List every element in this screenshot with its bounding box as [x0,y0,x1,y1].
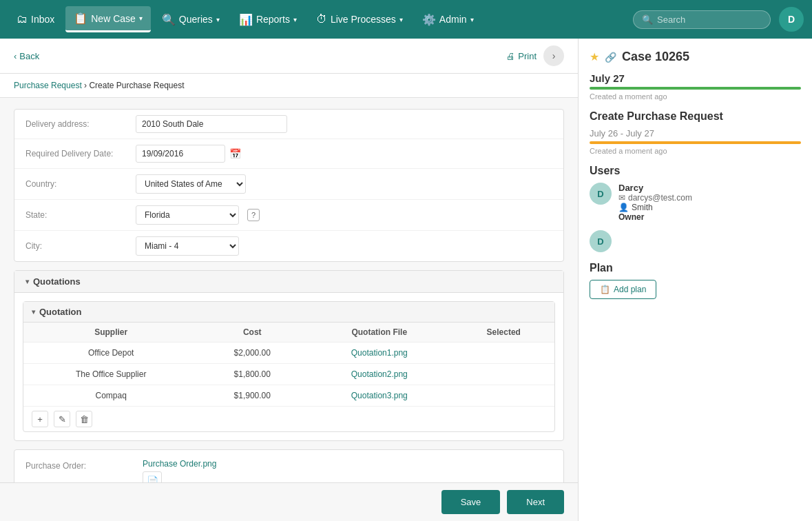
selected-cell [452,343,554,364]
colleague-icon: 👤 [618,203,629,212]
quotation-subheader: ▾ Quotation [23,302,554,323]
next-arrow-button[interactable]: › [543,45,564,66]
quotation-file-link[interactable]: Quotation2.png [351,369,408,379]
nav-admin[interactable]: ⚙️ Admin ▾ [414,8,482,32]
quotations-section-label: Quotations [33,276,81,287]
add-plan-icon: 📋 [600,285,610,294]
print-button[interactable]: 🖨 Print [506,51,537,61]
country-label: Country: [25,179,136,189]
add-quotation-button[interactable]: + [32,411,48,427]
quotation-table: Supplier Cost Quotation File Selected Of… [23,323,554,406]
table-row: Office Depot $2,000.00 Quotation1.png [23,343,554,364]
user-avatar-primary: D [590,183,612,205]
add-plan-button[interactable]: 📋 Add plan [590,280,656,299]
supplier-cell: Compaq [23,385,198,407]
save-button[interactable]: Save [441,490,501,514]
top-navigation: 🗂 Inbox 📋 New Case ▾ 🔍 Queries ▾ 📊 Repor… [0,0,812,39]
quotation-table-actions: + ✎ 🗑 [23,406,554,431]
col-supplier: Supplier [23,323,198,343]
delivery-address-value [136,115,552,133]
edit-quotation-button[interactable]: ✎ [54,411,70,427]
right-panel: ★ 🔗 Case 10265 July 27 Created a moment … [578,39,812,521]
quotations-section-header: ▾ Quotations [14,271,563,293]
nav-queries[interactable]: 🔍 Queries ▾ [154,8,228,32]
user-avatar-secondary: D [590,230,612,252]
search-input[interactable] [657,14,753,25]
search-bar[interactable]: 🔍 [633,10,771,29]
file-cell: Quotation3.png [306,385,452,407]
delivery-address-row: Delivery address: [14,110,563,139]
email-icon: ✉ [618,193,625,203]
required-delivery-date-input[interactable] [136,145,225,163]
po-file-link[interactable]: Purchase Order.png [143,459,216,469]
queries-icon: 🔍 [162,13,176,26]
delivery-address-input[interactable] [136,115,287,133]
supplier-cell: Office Depot [23,343,198,364]
user-row-secondary: D [590,230,801,252]
users-label: Users [590,165,801,177]
task-date-range: July 26 - July 27 [590,128,801,139]
cost-cell: $1,800.00 [198,364,306,385]
users-section: Users D Darcy ✉ darcys@test.com 👤 Smith … [590,165,801,252]
quotation-table-header-row: Supplier Cost Quotation File Selected [23,323,554,343]
required-delivery-date-row: Required Delivery Date: 📅 [14,139,563,169]
supplier-cell: The Office Supplier [23,364,198,385]
nav-live-processes[interactable]: ⏱ Live Processes ▾ [308,8,411,31]
task-progress-bar [590,141,801,144]
delete-quotation-button[interactable]: 🗑 [76,411,92,427]
file-cell: Quotation2.png [306,364,452,385]
user-info-primary: Darcy ✉ darcys@test.com 👤 Smith Owner [618,183,692,222]
back-button[interactable]: ‹ Back [14,51,39,61]
new-case-chevron: ▾ [139,14,143,22]
user-colleague-row: 👤 Smith [618,203,692,212]
quotations-toggle[interactable]: ▾ [25,278,29,285]
po-file-icon: 📄 [143,471,162,482]
city-select[interactable]: Miami - 4 [136,236,239,256]
quotation-subsection: ▾ Quotation Supplier Cost Quotation File… [23,301,555,432]
new-case-icon: 📋 [74,12,87,25]
plan-section: Plan 📋 Add plan [590,262,801,299]
calendar-icon: 📅 [229,148,241,159]
nav-reports[interactable]: 📊 Reports ▾ [231,8,305,32]
help-icon: ? [247,209,260,221]
selected-cell [452,364,554,385]
table-row: The Office Supplier $1,800.00 Quotation2… [23,364,554,385]
state-row: State: Florida ? [14,200,563,231]
user-row-primary: D Darcy ✉ darcys@test.com 👤 Smith Owner [590,183,801,222]
admin-icon: ⚙️ [422,13,436,26]
quotation-file-link[interactable]: Quotation3.png [351,391,408,400]
main-layout: ‹ Back 🖨 Print › Purchase Request › Crea… [0,39,812,521]
file-cell: Quotation1.png [306,343,452,364]
bottom-bar: Save Next [0,482,578,521]
star-icon[interactable]: ★ [590,50,599,63]
selected-cell [452,385,554,407]
nav-new-case[interactable]: 📋 New Case ▾ [65,6,151,32]
col-selected: Selected [452,323,554,343]
breadcrumb-parent-link[interactable]: Purchase Request [14,81,82,90]
nav-inbox[interactable]: 🗂 Inbox [8,8,63,31]
user-owner-badge: Owner [618,212,692,222]
quotations-section: ▾ Quotations ▾ Quotation Supplier Cost [14,270,564,441]
user-email: ✉ darcys@test.com [618,193,692,203]
breadcrumb-current: Create Purchase Request [89,81,184,90]
admin-chevron: ▾ [470,16,474,23]
link-icon: 🔗 [605,52,616,63]
required-delivery-date-value: 📅 [136,145,552,163]
user-avatar[interactable]: D [779,7,804,32]
next-button[interactable]: Next [507,490,564,514]
state-select[interactable]: Florida [136,205,239,225]
quotation-subsection-label: Quotation [39,307,81,317]
quotation-file-link[interactable]: Quotation1.png [351,348,408,358]
city-row: City: Miami - 4 [14,231,563,261]
cost-cell: $2,000.00 [198,343,306,364]
state-label: State: [25,210,136,220]
address-section: Delivery address: Required Delivery Date… [14,109,564,262]
case-title: Case 10265 [622,50,689,64]
user-name: Darcy [618,183,692,193]
file-placeholder-icon: 📄 [147,476,158,482]
quotation-subsection-toggle[interactable]: ▾ [32,308,35,316]
case-header: ★ 🔗 Case 10265 [590,50,801,64]
inbox-icon: 🗂 [17,13,28,25]
country-select[interactable]: United States of Ame [136,174,246,194]
task-created-text: Created a moment ago [590,147,801,155]
